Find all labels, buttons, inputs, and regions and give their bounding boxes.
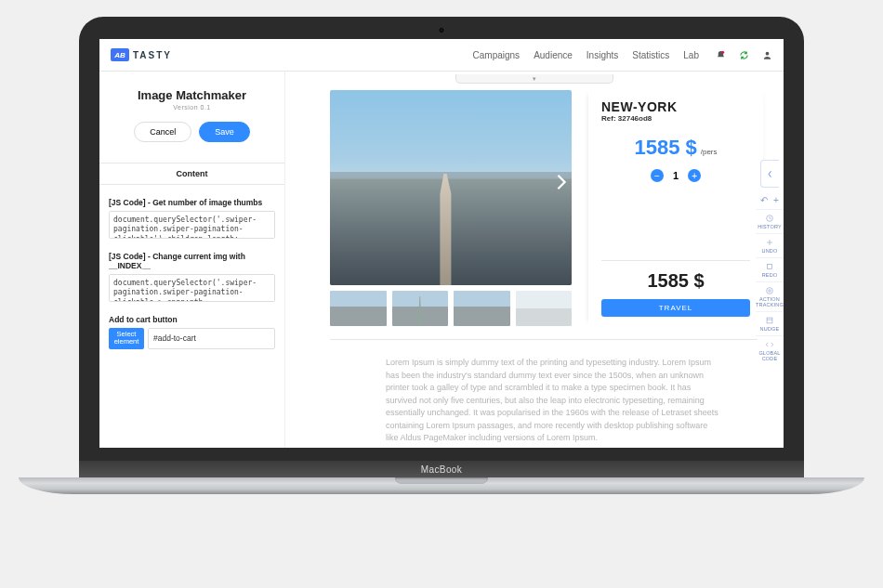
cart-selector-input[interactable] — [148, 328, 275, 349]
qty-value: 1 — [673, 170, 679, 181]
top-bar: AB TASTY Campaigns Audience Insights Sta… — [99, 39, 784, 72]
camera-icon — [440, 28, 444, 33]
product-title: NEW-YORK — [601, 99, 750, 114]
nav-campaigns[interactable]: Campaigns — [473, 50, 521, 60]
nav-actions — [716, 50, 772, 60]
gallery-thumb[interactable] — [392, 291, 449, 326]
gallery-thumb[interactable] — [330, 291, 387, 326]
product-total: 1585 $ — [601, 260, 750, 292]
svg-rect-6 — [767, 318, 772, 323]
screen-bezel: AB TASTY Campaigns Audience Insights Sta… — [79, 17, 804, 461]
nav-statistics[interactable]: Statistics — [632, 50, 669, 60]
editor-side-panel: Image Matchmaker Version 0.1 Cancel Save… — [99, 72, 285, 448]
rail-plus-icon[interactable]: + — [773, 195, 779, 205]
laptop-hinge: MacBook — [79, 461, 804, 477]
canvas-top-handle[interactable]: ▾ — [455, 74, 613, 84]
qty-minus-button[interactable]: − — [651, 169, 664, 182]
description-text: Lorem Ipsum is simply dummy text of the … — [330, 339, 758, 445]
tool-rail: ↶ + HISTORY UNDO REDO — [756, 160, 784, 365]
svg-rect-3 — [768, 265, 772, 269]
gallery — [330, 90, 572, 326]
gallery-thumb[interactable] — [454, 291, 510, 326]
logo-mark: AB — [111, 48, 129, 61]
code-thumbs-count[interactable] — [109, 211, 275, 239]
laptop-brand-label: MacBook — [421, 464, 463, 475]
laptop-notch — [395, 477, 488, 484]
code-change-img[interactable] — [109, 274, 275, 302]
select-element-button[interactable]: Select element — [109, 328, 144, 349]
save-button[interactable]: Save — [199, 122, 250, 142]
laptop-base — [19, 477, 864, 494]
rail-redo[interactable]: REDO — [756, 257, 784, 281]
preview-canvas: ▾ — [285, 72, 784, 448]
refresh-icon[interactable] — [739, 50, 749, 60]
brand-logo[interactable]: AB TASTY — [111, 48, 172, 61]
nav-lab[interactable]: Lab — [683, 50, 699, 60]
svg-point-5 — [767, 288, 773, 294]
nav-insights[interactable]: Insights — [586, 50, 618, 60]
quantity-stepper: − 1 + — [601, 169, 750, 182]
product-card: NEW-YORK Ref: 32746od8 1585 $/pers − 1 +… — [588, 90, 763, 326]
travel-button[interactable]: TRAVEL — [601, 299, 750, 317]
rail-label: UNDO — [762, 248, 778, 254]
rail-global-code[interactable]: GLOBAL CODE — [756, 335, 784, 365]
nav-audience[interactable]: Audience — [534, 50, 573, 60]
rail-undo[interactable]: UNDO — [756, 233, 784, 257]
panel-version: Version 0.1 — [107, 104, 277, 111]
label-thumbs-count: [JS Code] - Get number of image thumbs — [109, 198, 275, 207]
svg-point-4 — [769, 290, 771, 293]
gallery-main-image[interactable] — [330, 90, 572, 285]
product-price: 1585 $/pers — [601, 136, 750, 160]
tab-content[interactable]: Content — [99, 163, 284, 185]
qty-plus-button[interactable]: + — [688, 169, 701, 182]
rail-nudge[interactable]: NUDGE — [756, 311, 784, 335]
rail-expand-icon[interactable] — [760, 160, 779, 188]
price-value: 1585 $ — [634, 136, 696, 159]
svg-point-0 — [721, 50, 724, 53]
rail-label: GLOBAL CODE — [758, 350, 780, 361]
rail-label: NUDGE — [760, 326, 780, 332]
price-unit: /pers — [701, 148, 718, 156]
gallery-next-icon[interactable] — [555, 172, 568, 192]
rail-history[interactable]: HISTORY — [756, 209, 784, 233]
rail-label: REDO — [762, 272, 778, 278]
bell-icon[interactable] — [716, 50, 726, 60]
app-screen: AB TASTY Campaigns Audience Insights Sta… — [99, 39, 784, 448]
label-change-img: [JS Code] - Change current img with __IN… — [109, 252, 275, 270]
main-nav: Campaigns Audience Insights Statistics L… — [473, 50, 699, 60]
rail-label: HISTORY — [758, 224, 782, 229]
label-add-to-cart: Add to cart button — [109, 315, 275, 324]
rail-label: ACTION TRACKING — [756, 296, 784, 307]
panel-title: Image Matchmaker — [107, 88, 277, 102]
user-icon[interactable] — [762, 50, 772, 60]
product-ref: Ref: 32746od8 — [601, 114, 750, 123]
logo-text: TASTY — [133, 50, 172, 60]
svg-point-1 — [766, 51, 770, 55]
gallery-thumb[interactable] — [516, 291, 573, 326]
rail-action-tracking[interactable]: ACTION TRACKING — [756, 281, 784, 311]
rail-undo-icon[interactable]: ↶ — [760, 195, 768, 205]
laptop-mockup: AB TASTY Campaigns Audience Insights Sta… — [79, 17, 804, 494]
cancel-button[interactable]: Cancel — [134, 122, 191, 142]
